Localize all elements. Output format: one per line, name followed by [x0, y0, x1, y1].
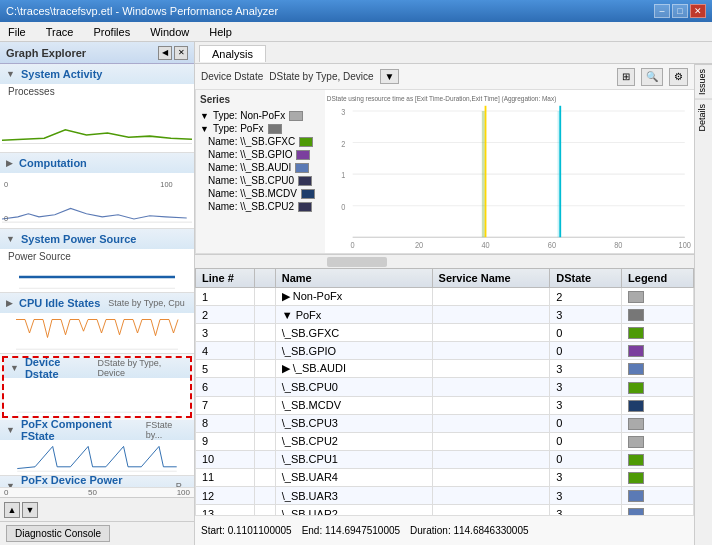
expand-icon-system-activity: ▼ [6, 69, 15, 79]
cpu-idle-state-label: State by Type, Cpu [108, 298, 184, 308]
legend-color-11 [628, 490, 644, 502]
chart-content: Series ▼ Type: Non-PoFx ▼ Type: PoFx [195, 90, 694, 253]
menu-window[interactable]: Window [146, 24, 193, 40]
cell-service-11 [432, 487, 550, 505]
cell-dstate-2: 0 [550, 324, 622, 342]
cell-service-3 [432, 342, 550, 360]
section-pofx-power-req-header[interactable]: ▼ PoFx Device Power Requirement P... [0, 476, 194, 487]
menu-profiles[interactable]: Profiles [89, 24, 134, 40]
chart-area: Device Dstate DState by Type, Device ▼ ⊞… [195, 64, 694, 254]
table-row[interactable]: 6 \_SB.CPU0 3 [196, 378, 694, 396]
left-panel: Graph Explorer ◀ ✕ ▼ System Activity Pro… [0, 42, 195, 545]
graph-explorer-title: Graph Explorer [6, 47, 86, 59]
table-header-row: Line # Name Service Name DState Legend [196, 269, 694, 288]
cell-service-6 [432, 396, 550, 414]
menu-help[interactable]: Help [205, 24, 236, 40]
section-pofx-fstate-header[interactable]: ▼ PoFx Component FState FState by... [0, 420, 194, 440]
menu-bar: File Trace Profiles Window Help [0, 22, 712, 42]
diagnostic-bar: Diagnostic Console [0, 521, 194, 545]
table-row[interactable]: 1 ▶ Non-PoFx 2 [196, 288, 694, 306]
series-label-4: Name: \\_SB.GPIO [208, 149, 292, 160]
menu-file[interactable]: File [4, 24, 30, 40]
section-cpu-idle-header[interactable]: ▶ CPU Idle States State by Type, Cpu [0, 293, 194, 313]
legend-color-3 [628, 345, 644, 357]
cell-dstate-6: 3 [550, 396, 622, 414]
table-row[interactable]: 2 ▼ PoFx 3 [196, 306, 694, 324]
details-button[interactable]: Details [695, 99, 712, 136]
cell-legend-5 [622, 378, 694, 396]
col-name[interactable]: Name [275, 269, 432, 288]
cell-line-1: 2 [196, 306, 255, 324]
series-color-3 [299, 137, 313, 147]
col-dstate[interactable]: DState [550, 269, 622, 288]
panel-pin-button[interactable]: ◀ [158, 46, 172, 60]
chart-settings-button[interactable]: ⚙ [669, 68, 688, 86]
nav-up-button[interactable]: ▲ [4, 502, 20, 518]
panel-close-button[interactable]: ✕ [174, 46, 188, 60]
svg-text:0: 0 [351, 240, 356, 250]
chart-dropdown-button[interactable]: ▼ [380, 69, 400, 84]
table-row[interactable]: 5 ▶ \_SB.AUDI 3 [196, 360, 694, 378]
scrollbar-thumb[interactable] [327, 257, 387, 267]
cell-line-8: 9 [196, 432, 255, 450]
panel-header-buttons: ◀ ✕ [158, 46, 188, 60]
table-row[interactable]: 12 \_SB.UAR3 3 [196, 487, 694, 505]
chart-title2: DState by Type, Device [269, 71, 373, 82]
series-color-5 [295, 163, 309, 173]
chart-body: DState using resource time as [Exit Time… [325, 90, 694, 253]
col-expand[interactable] [254, 269, 275, 288]
diagnostic-console-button[interactable]: Diagnostic Console [6, 525, 110, 542]
section-device-dstate-header[interactable]: ▼ Device Dstate DState by Type, Device [4, 358, 190, 378]
cell-service-1 [432, 306, 550, 324]
minimize-button[interactable]: – [654, 4, 670, 18]
svg-text:0: 0 [341, 202, 346, 212]
left-xaxis-100: 100 [177, 488, 190, 497]
series-label-8: Name: \\_SB.CPU2 [208, 201, 294, 212]
cell-legend-3 [622, 342, 694, 360]
table-row[interactable]: 8 \_SB.CPU3 0 [196, 414, 694, 432]
section-computation-header[interactable]: ▶ Computation [0, 153, 194, 173]
device-dstate-state-label: DState by Type, Device [97, 358, 184, 378]
issues-button[interactable]: Issues [695, 64, 712, 99]
series-color-7 [301, 189, 315, 199]
section-title-power-source: System Power Source [21, 233, 137, 245]
legend-color-10 [628, 472, 644, 484]
legend-color-5 [628, 382, 644, 394]
table-row[interactable]: 11 \_SB.UAR4 3 [196, 468, 694, 486]
section-power-source-header[interactable]: ▼ System Power Source [0, 229, 194, 249]
table-row[interactable]: 7 \_SB.MCDV 3 [196, 396, 694, 414]
analysis-tab[interactable]: Analysis [199, 45, 266, 62]
series-label-7: Name: \\_SB.MCDV [208, 188, 297, 199]
col-service-name[interactable]: Service Name [432, 269, 550, 288]
series-label-5: Name: \\_SB.AUDI [208, 162, 291, 173]
cell-dstate-10: 3 [550, 468, 622, 486]
table-row[interactable]: 10 \_SB.CPU1 0 [196, 450, 694, 468]
analysis-tab-bar: Analysis [195, 42, 712, 64]
timeline-area: Start: 0.1101100005 End: 114.6947510005 … [195, 515, 694, 545]
maximize-button[interactable]: □ [672, 4, 688, 18]
cell-legend-1 [622, 306, 694, 324]
chart-zoom-button[interactable]: 🔍 [641, 68, 663, 86]
svg-text:DState using resource time as : DState using resource time as [Exit Time… [327, 94, 556, 103]
right-panel: Analysis Device Dstate DState by Type, D… [195, 42, 712, 545]
table-row[interactable]: 4 \_SB.GPIO 0 [196, 342, 694, 360]
cell-name-7: \_SB.CPU3 [275, 414, 432, 432]
cell-name-2: \_SB.GFXC [275, 324, 432, 342]
cell-line-11: 12 [196, 487, 255, 505]
table-row[interactable]: 3 \_SB.GFXC 0 [196, 324, 694, 342]
section-content-power-source: Power Source [0, 249, 194, 292]
chart-expand-button[interactable]: ⊞ [617, 68, 635, 86]
svg-text:80: 80 [614, 240, 623, 250]
section-system-activity-header[interactable]: ▼ System Activity [0, 64, 194, 84]
menu-trace[interactable]: Trace [42, 24, 78, 40]
table-row[interactable]: 9 \_SB.CPU2 0 [196, 432, 694, 450]
cell-legend-4 [622, 360, 694, 378]
cell-service-4 [432, 360, 550, 378]
table-row[interactable]: 13 \_SB.UAR2 3 [196, 505, 694, 515]
close-button[interactable]: ✕ [690, 4, 706, 18]
col-line-number[interactable]: Line # [196, 269, 255, 288]
cell-indent-7 [254, 414, 275, 432]
horizontal-scrollbar[interactable] [195, 254, 694, 268]
nav-down-button[interactable]: ▼ [22, 502, 38, 518]
col-legend[interactable]: Legend [622, 269, 694, 288]
